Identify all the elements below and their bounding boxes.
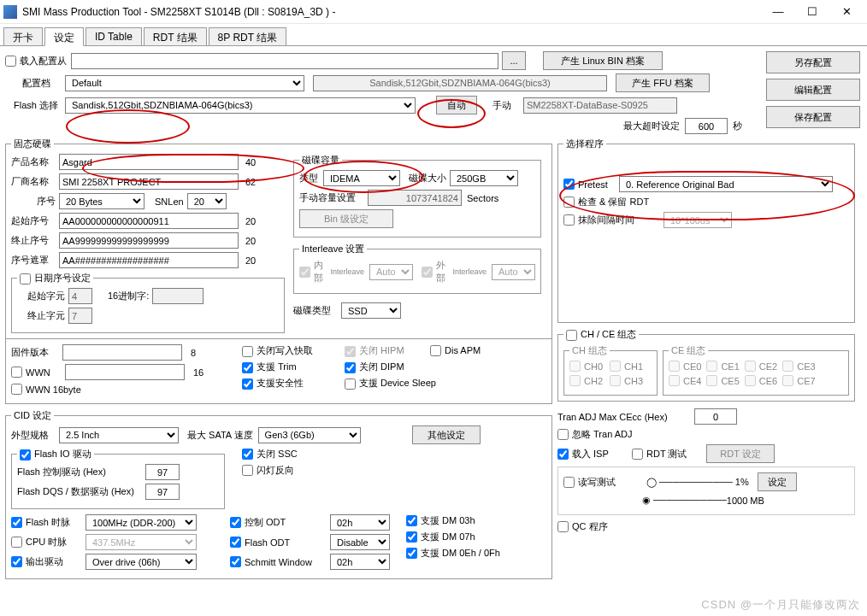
schmitt-select[interactable]: 02h xyxy=(330,554,390,570)
flash-clk-select[interactable]: 100MHz (DDR-200) xyxy=(86,514,197,531)
hex-input xyxy=(152,288,203,304)
end-serial-input[interactable] xyxy=(59,232,239,249)
disk-type-select[interactable]: SSD xyxy=(341,302,401,319)
select-proc-fieldset: 选择程序 Pretest0. Reference Original Bad 检查… xyxy=(557,138,855,323)
edit-config-button[interactable]: 编辑配置 xyxy=(766,79,860,101)
close-button[interactable]: ✕ xyxy=(829,2,864,22)
vendor-input[interactable] xyxy=(59,173,239,190)
out-drv-checkbox[interactable] xyxy=(11,556,22,567)
date-sn-checkbox[interactable] xyxy=(20,273,31,285)
end-char-input xyxy=(68,308,92,324)
flash-odt-select[interactable]: Disable xyxy=(330,534,390,550)
tab-rdt[interactable]: RDT 结果 xyxy=(144,27,207,45)
close-dipm-checkbox[interactable] xyxy=(345,362,356,373)
gen-ffu-button[interactable]: 产生 FFU 档案 xyxy=(616,73,710,92)
tab-idtable[interactable]: ID Table xyxy=(86,27,142,45)
dis-apm-checkbox[interactable] xyxy=(430,345,441,356)
maximize-button[interactable]: ☐ xyxy=(795,2,829,22)
save-config-button[interactable]: 保存配置 xyxy=(766,106,860,128)
tran-input[interactable] xyxy=(694,408,737,425)
dm03-checkbox[interactable] xyxy=(406,515,417,526)
wwn-checkbox[interactable] xyxy=(11,367,22,378)
watermark: CSDN @一个月只能修改两次 xyxy=(701,597,860,613)
ctrl-odt-checkbox[interactable] xyxy=(230,517,241,528)
flash-ctrl-input[interactable] xyxy=(145,464,180,480)
close-hipm-checkbox xyxy=(345,346,356,357)
wwn-input[interactable] xyxy=(65,364,185,380)
inner-interleave-checkbox xyxy=(299,267,310,278)
profile-label: 配置档 xyxy=(22,77,65,90)
sata-speed-select[interactable]: Gen3 (6Gb) xyxy=(258,427,361,443)
cid-fieldset: CID 设定 外型规格2.5 Inch 最大 SATA 速度Gen3 (6Gb)… xyxy=(5,409,552,579)
cap-size-select[interactable]: 250GB xyxy=(450,170,518,186)
outer-auto-select: Auto xyxy=(492,264,535,280)
product-name-input[interactable] xyxy=(59,154,239,170)
flash-odt-checkbox[interactable] xyxy=(230,537,241,548)
flash-dqs-input[interactable] xyxy=(145,484,180,500)
serial-select[interactable]: 20 Bytes xyxy=(59,193,144,209)
chce-checkbox[interactable] xyxy=(566,330,577,341)
flash-select[interactable]: Sandisk,512Gbit,SDZNBIAMA-064G(bics3) xyxy=(65,97,416,114)
start-serial-input[interactable] xyxy=(59,213,239,229)
flash-io-checkbox[interactable] xyxy=(20,449,31,461)
rdt-set-button[interactable]: RDT 设定 xyxy=(706,444,775,463)
wwn16-checkbox[interactable] xyxy=(11,384,22,395)
rw-set-button[interactable]: 设定 xyxy=(758,472,797,491)
close-wr-checkbox[interactable] xyxy=(242,346,253,357)
load-from-checkbox[interactable] xyxy=(5,56,16,67)
check-rdt-checkbox[interactable] xyxy=(563,197,575,208)
dm07-checkbox[interactable] xyxy=(406,531,417,543)
cpu-clk-select: 437.5MHz xyxy=(86,534,197,550)
erase-int-select: 10*100us xyxy=(664,212,732,228)
chce-fieldset: CH / CE 组态 CH 组态 CH0CH1 CH2CH3 CE 组态 CE0… xyxy=(557,328,855,402)
safe-checkbox[interactable] xyxy=(242,378,253,390)
qc-checkbox[interactable] xyxy=(557,521,569,532)
lamp-checkbox[interactable] xyxy=(242,465,253,476)
close-ssc-checkbox[interactable] xyxy=(242,449,253,460)
dm0e-checkbox[interactable] xyxy=(406,548,417,559)
auto-button[interactable]: 自动 xyxy=(436,96,477,114)
trim-checkbox[interactable] xyxy=(242,362,253,373)
other-settings-button[interactable]: 其他设定 xyxy=(412,425,481,444)
dev-sleep-checkbox[interactable] xyxy=(345,378,356,390)
titlebar: SMI Mass Production Tool - SM2258XT S101… xyxy=(0,0,867,24)
sec-label: 秒 xyxy=(733,120,742,132)
flash-clk-checkbox[interactable] xyxy=(11,517,22,528)
rdt-test-checkbox[interactable] xyxy=(632,449,643,460)
load-isp-checkbox[interactable] xyxy=(557,449,569,460)
cap-type-select[interactable]: IDEMA xyxy=(323,170,400,186)
ignore-tran-checkbox[interactable] xyxy=(557,429,569,440)
fw-ver-input[interactable] xyxy=(62,344,182,361)
snlen-select[interactable]: 20 xyxy=(187,193,227,209)
ctrl-odt-select[interactable]: 02h xyxy=(330,514,390,531)
app-icon xyxy=(3,5,17,19)
save-as-button[interactable]: 另存配置 xyxy=(766,51,860,73)
pretest-checkbox[interactable] xyxy=(563,179,575,190)
tab-kaika[interactable]: 开卡 xyxy=(3,27,43,45)
out-drv-select[interactable]: Over drive (06h) xyxy=(86,554,197,570)
schmitt-checkbox[interactable] xyxy=(230,556,241,567)
tab-8prdt[interactable]: 8P RDT 结果 xyxy=(209,27,287,45)
bin-level-button[interactable]: Bin 级设定 xyxy=(299,209,393,228)
tab-settings[interactable]: 设定 xyxy=(44,27,84,46)
form-factor-select[interactable]: 2.5 Inch xyxy=(59,427,179,443)
profile-select[interactable]: Default xyxy=(65,75,304,91)
pretest-select[interactable]: 0. Reference Original Bad xyxy=(619,176,833,192)
max-over-input[interactable] xyxy=(685,118,728,134)
sectors-input xyxy=(368,190,462,206)
gen-linux-button[interactable]: 产生 Linux BIN 档案 xyxy=(543,51,663,70)
max-over-label: 最大超时设定 xyxy=(623,120,680,132)
interleave-fieldset: Interleave 设置 内部Interleave Auto 外部Interl… xyxy=(293,243,541,294)
minimize-button[interactable]: — xyxy=(761,2,795,22)
erase-int-checkbox[interactable] xyxy=(563,214,575,226)
window-title: SMI Mass Production Tool - SM2258XT S101… xyxy=(22,6,761,18)
load-from-input[interactable] xyxy=(71,53,498,69)
cpu-clk-checkbox[interactable] xyxy=(11,537,22,548)
manual-label: 手动 xyxy=(492,99,511,112)
inner-auto-select: Auto xyxy=(369,264,413,280)
mask-input[interactable] xyxy=(59,252,239,268)
database-field xyxy=(523,97,677,114)
rw-test-checkbox[interactable] xyxy=(563,477,575,488)
browse-button[interactable]: ... xyxy=(502,51,526,70)
outer-interleave-checkbox xyxy=(422,267,433,278)
